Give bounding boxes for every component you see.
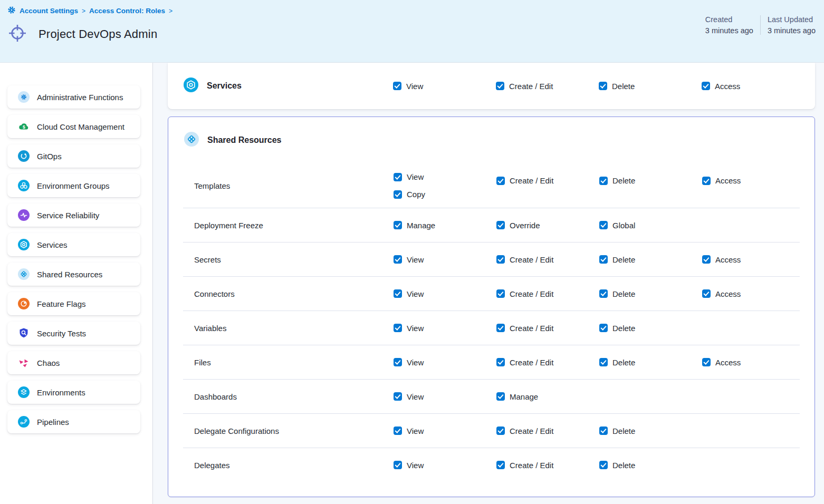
- checkbox-checked-icon[interactable]: [496, 177, 505, 185]
- variables-view-checkbox[interactable]: View: [394, 324, 496, 333]
- last-updated-label: Last Updated: [768, 15, 816, 24]
- secrets-access-checkbox[interactable]: Access: [702, 255, 800, 264]
- checkbox-checked-icon[interactable]: [599, 255, 608, 264]
- delegates-create-edit-checkbox[interactable]: Create / Edit: [496, 461, 599, 470]
- checkbox-checked-icon[interactable]: [496, 221, 505, 229]
- checkbox-checked-icon[interactable]: [599, 427, 608, 435]
- checkbox-checked-icon[interactable]: [599, 324, 608, 332]
- checkbox-checked-icon[interactable]: [496, 255, 505, 264]
- checkbox-checked-icon[interactable]: [702, 289, 711, 298]
- breadcrumb-access-control-roles[interactable]: Access Control: Roles: [89, 7, 165, 15]
- checkbox-checked-icon[interactable]: [702, 358, 711, 366]
- checkbox-checked-icon[interactable]: [496, 358, 505, 366]
- connectors-access-checkbox[interactable]: Access: [702, 289, 800, 298]
- checkbox-checked-icon[interactable]: [496, 324, 505, 332]
- deployment-freeze-manage-checkbox[interactable]: Manage: [394, 221, 496, 230]
- permission-row-connectors: Connectors View Create / Edit Delete Acc…: [168, 277, 815, 311]
- checkbox-checked-icon[interactable]: [496, 82, 504, 90]
- shared-resources-permission-card: Shared Resources Templates View Copy Cre…: [168, 117, 815, 497]
- sidebar-item-chaos[interactable]: Chaos: [7, 351, 140, 374]
- variables-create-edit-checkbox[interactable]: Create / Edit: [496, 324, 599, 333]
- sidebar-item-feature-flags[interactable]: Feature Flags: [7, 292, 140, 315]
- services-delete-checkbox[interactable]: Delete: [599, 82, 702, 91]
- checkbox-checked-icon[interactable]: [394, 190, 402, 199]
- services-view-checkbox[interactable]: View: [393, 82, 496, 91]
- secrets-view-checkbox[interactable]: View: [394, 255, 496, 264]
- checkbox-checked-icon[interactable]: [394, 392, 402, 401]
- checkbox-checked-icon[interactable]: [496, 289, 505, 298]
- dashboards-view-checkbox[interactable]: View: [394, 392, 496, 401]
- templates-delete-checkbox[interactable]: Delete: [599, 176, 702, 185]
- checkbox-checked-icon[interactable]: [599, 82, 607, 90]
- sidebar-item-label: Administrative Functions: [37, 93, 123, 102]
- checkbox-checked-icon[interactable]: [702, 82, 710, 90]
- page-header: Account Settings > Access Control: Roles…: [0, 0, 824, 63]
- permission-row-dashboards: Dashboards View Manage: [168, 380, 815, 413]
- sidebar-item-security-tests[interactable]: Security Tests: [7, 322, 140, 345]
- pipelines-icon: [18, 416, 30, 428]
- files-create-edit-checkbox[interactable]: Create / Edit: [496, 358, 599, 367]
- checkbox-checked-icon[interactable]: [394, 461, 402, 469]
- sidebar-item-service-reliability[interactable]: Service Reliability: [7, 203, 140, 227]
- checkbox-checked-icon[interactable]: [599, 289, 608, 298]
- templates-view-checkbox[interactable]: View: [394, 172, 424, 181]
- delegate-configurations-view-checkbox[interactable]: View: [394, 427, 496, 435]
- sidebar-item-label: Service Reliability: [37, 211, 99, 220]
- delegates-delete-checkbox[interactable]: Delete: [599, 461, 702, 470]
- checkbox-checked-icon[interactable]: [496, 392, 505, 401]
- services-create-edit-checkbox[interactable]: Create / Edit: [496, 82, 599, 91]
- files-access-checkbox[interactable]: Access: [702, 358, 800, 367]
- templates-create-edit-checkbox[interactable]: Create / Edit: [496, 176, 599, 185]
- row-label: Connectors: [194, 289, 394, 298]
- variables-delete-checkbox[interactable]: Delete: [599, 324, 702, 333]
- secrets-delete-checkbox[interactable]: Delete: [599, 255, 702, 264]
- secrets-create-edit-checkbox[interactable]: Create / Edit: [496, 255, 599, 264]
- checkbox-checked-icon[interactable]: [599, 461, 608, 469]
- delegate-configurations-create-edit-checkbox[interactable]: Create / Edit: [496, 427, 599, 435]
- chaos-icon: [18, 357, 30, 369]
- checkbox-checked-icon[interactable]: [394, 324, 402, 332]
- connectors-delete-checkbox[interactable]: Delete: [599, 289, 702, 298]
- connectors-view-checkbox[interactable]: View: [394, 289, 496, 298]
- permissions-main: Services View Create / Edit Delete Acces…: [153, 63, 824, 504]
- checkbox-checked-icon[interactable]: [394, 255, 402, 264]
- checkbox-checked-icon[interactable]: [394, 173, 402, 181]
- sidebar-item-label: Services: [37, 240, 68, 249]
- delegate-configurations-delete-checkbox[interactable]: Delete: [599, 427, 702, 435]
- checkbox-checked-icon[interactable]: [393, 82, 401, 90]
- breadcrumb-account-settings[interactable]: Account Settings: [20, 7, 78, 15]
- sidebar-item-administrative-functions[interactable]: Administrative Functions: [7, 85, 140, 109]
- files-delete-checkbox[interactable]: Delete: [599, 358, 702, 367]
- sidebar-item-cloud-cost-management[interactable]: $ Cloud Cost Management: [7, 115, 140, 138]
- breadcrumb-separator: >: [169, 7, 173, 15]
- services-permission-card: Services View Create / Edit Delete Acces…: [168, 63, 815, 109]
- checkbox-checked-icon[interactable]: [496, 427, 505, 435]
- checkbox-checked-icon[interactable]: [599, 358, 608, 366]
- dashboards-manage-checkbox[interactable]: Manage: [496, 392, 599, 401]
- sidebar-item-environments[interactable]: Environments: [7, 381, 140, 404]
- checkbox-checked-icon[interactable]: [702, 177, 711, 185]
- checkbox-checked-icon[interactable]: [599, 177, 608, 185]
- templates-access-checkbox[interactable]: Access: [702, 176, 800, 185]
- delegates-view-checkbox[interactable]: View: [394, 461, 496, 470]
- connectors-create-edit-checkbox[interactable]: Create / Edit: [496, 289, 599, 298]
- service-reliability-icon: [18, 209, 30, 221]
- sidebar-item-pipelines[interactable]: Pipelines: [7, 410, 140, 433]
- sidebar-item-services[interactable]: Services: [7, 233, 140, 256]
- checkbox-checked-icon[interactable]: [394, 427, 402, 435]
- checkbox-checked-icon[interactable]: [394, 289, 402, 298]
- checkbox-checked-icon[interactable]: [496, 461, 505, 469]
- services-access-checkbox[interactable]: Access: [702, 82, 800, 91]
- files-view-checkbox[interactable]: View: [394, 358, 496, 367]
- deployment-freeze-global-checkbox[interactable]: Global: [599, 221, 702, 230]
- deployment-freeze-override-checkbox[interactable]: Override: [496, 221, 599, 230]
- checkbox-checked-icon[interactable]: [599, 221, 608, 229]
- sidebar-item-shared-resources[interactable]: Shared Resources: [7, 263, 140, 286]
- checkbox-checked-icon[interactable]: [394, 221, 402, 229]
- checkbox-checked-icon[interactable]: [394, 358, 402, 366]
- sidebar-item-gitops[interactable]: GitOps: [7, 144, 140, 168]
- checkbox-checked-icon[interactable]: [702, 255, 711, 264]
- sidebar-item-environment-groups[interactable]: Environment Groups: [7, 174, 140, 197]
- permission-row-variables: Variables View Create / Edit Delete: [168, 311, 815, 345]
- templates-copy-checkbox[interactable]: Copy: [394, 190, 425, 199]
